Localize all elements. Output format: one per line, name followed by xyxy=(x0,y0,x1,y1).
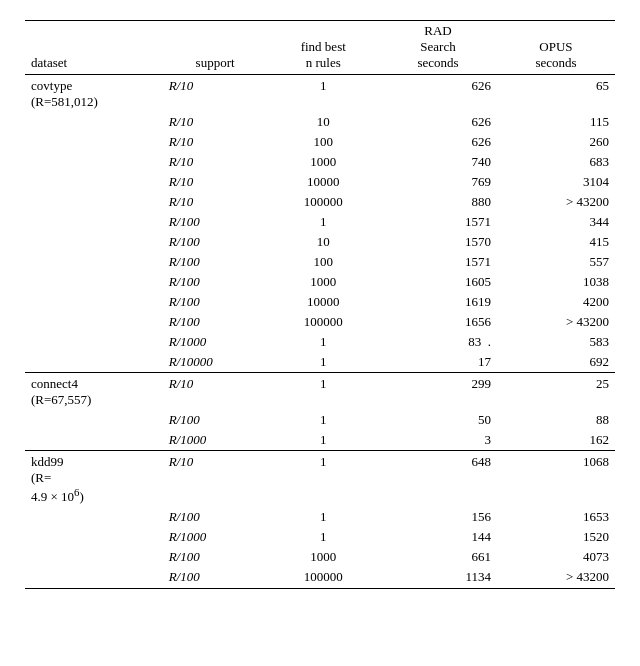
table-row: connect4(R=67,557)R/10129925 xyxy=(25,373,615,411)
cell-support: R/10 xyxy=(163,75,268,113)
cell-opus: 557 xyxy=(497,252,615,272)
cell-rad: 83 . xyxy=(379,332,497,352)
cell-rad: 1134 xyxy=(379,567,497,589)
cell-rad: 17 xyxy=(379,352,497,373)
table-row: R/1000183 .583 xyxy=(25,332,615,352)
cell-support: R/100 xyxy=(163,410,268,430)
table-row: kdd99(R=4.9 × 106)R/1016481068 xyxy=(25,451,615,508)
cell-rad: 3 xyxy=(379,430,497,451)
cell-rad: 299 xyxy=(379,373,497,411)
cell-opus: 692 xyxy=(497,352,615,373)
table-header-row: dataset support find bestn rules RADSear… xyxy=(25,21,615,75)
cell-opus: 260 xyxy=(497,132,615,152)
cell-find-best: 1 xyxy=(268,527,379,547)
cell-support: R/10000 xyxy=(163,352,268,373)
cell-support: R/100 xyxy=(163,232,268,252)
cell-dataset xyxy=(25,527,163,547)
cell-dataset xyxy=(25,332,163,352)
cell-rad: 1571 xyxy=(379,252,497,272)
cell-support: R/10 xyxy=(163,451,268,508)
cell-opus: 162 xyxy=(497,430,615,451)
table-row: R/100013162 xyxy=(25,430,615,451)
cell-dataset xyxy=(25,272,163,292)
cell-opus: 583 xyxy=(497,332,615,352)
cell-find-best: 100000 xyxy=(268,192,379,212)
table-row: R/1010626115 xyxy=(25,112,615,132)
cell-find-best: 1 xyxy=(268,352,379,373)
cell-find-best: 1 xyxy=(268,507,379,527)
cell-rad: 1656 xyxy=(379,312,497,332)
cell-dataset xyxy=(25,352,163,373)
cell-opus: 3104 xyxy=(497,172,615,192)
cell-support: R/10 xyxy=(163,172,268,192)
header-find-best: find bestn rules xyxy=(268,21,379,75)
cell-rad: 156 xyxy=(379,507,497,527)
cell-support: R/10 xyxy=(163,112,268,132)
cell-dataset xyxy=(25,252,163,272)
cell-rad: 1570 xyxy=(379,232,497,252)
cell-find-best: 1 xyxy=(268,451,379,508)
cell-opus: 1068 xyxy=(497,451,615,508)
cell-opus: 65 xyxy=(497,75,615,113)
table-row: R/10100000880> 43200 xyxy=(25,192,615,212)
table-row: R/1001001571557 xyxy=(25,252,615,272)
cell-support: R/10 xyxy=(163,132,268,152)
cell-support: R/100 xyxy=(163,212,268,232)
cell-find-best: 1 xyxy=(268,75,379,113)
cell-find-best: 1 xyxy=(268,373,379,411)
cell-dataset: connect4(R=67,557) xyxy=(25,373,163,411)
table-body: covtype(R=581,012)R/10162665R/1010626115… xyxy=(25,75,615,589)
results-table: dataset support find bestn rules RADSear… xyxy=(25,20,615,589)
cell-dataset xyxy=(25,567,163,589)
cell-dataset xyxy=(25,112,163,132)
cell-rad: 661 xyxy=(379,547,497,567)
cell-rad: 626 xyxy=(379,75,497,113)
table-row: R/100101570415 xyxy=(25,232,615,252)
cell-rad: 50 xyxy=(379,410,497,430)
cell-support: R/100 xyxy=(163,272,268,292)
cell-support: R/10 xyxy=(163,373,268,411)
cell-find-best: 1 xyxy=(268,212,379,232)
table-row: R/10100007693104 xyxy=(25,172,615,192)
cell-find-best: 1000 xyxy=(268,272,379,292)
table-row: R/10000117692 xyxy=(25,352,615,373)
cell-find-best: 1 xyxy=(268,332,379,352)
cell-find-best: 100000 xyxy=(268,312,379,332)
cell-opus: 1653 xyxy=(497,507,615,527)
cell-find-best: 100000 xyxy=(268,567,379,589)
cell-find-best: 1 xyxy=(268,430,379,451)
cell-find-best: 10 xyxy=(268,112,379,132)
cell-rad: 740 xyxy=(379,152,497,172)
table-row: R/10100626260 xyxy=(25,132,615,152)
table-row: covtype(R=581,012)R/10162665 xyxy=(25,75,615,113)
header-rad: RADSearchseconds xyxy=(379,21,497,75)
cell-dataset xyxy=(25,430,163,451)
cell-opus: 1038 xyxy=(497,272,615,292)
cell-opus: 4200 xyxy=(497,292,615,312)
cell-rad: 626 xyxy=(379,112,497,132)
cell-rad: 648 xyxy=(379,451,497,508)
cell-dataset xyxy=(25,507,163,527)
cell-opus: > 43200 xyxy=(497,192,615,212)
cell-opus: 344 xyxy=(497,212,615,232)
cell-support: R/100 xyxy=(163,252,268,272)
cell-rad: 1605 xyxy=(379,272,497,292)
table-row: R/10010006614073 xyxy=(25,547,615,567)
cell-support: R/1000 xyxy=(163,430,268,451)
cell-find-best: 100 xyxy=(268,252,379,272)
table-row: R/1001000001134> 43200 xyxy=(25,567,615,589)
cell-opus: 4073 xyxy=(497,547,615,567)
table-row: R/10011561653 xyxy=(25,507,615,527)
table-row: R/1001000016194200 xyxy=(25,292,615,312)
cell-rad: 769 xyxy=(379,172,497,192)
cell-dataset xyxy=(25,212,163,232)
cell-support: R/10 xyxy=(163,152,268,172)
cell-dataset xyxy=(25,547,163,567)
cell-dataset xyxy=(25,172,163,192)
table-row: R/10011571344 xyxy=(25,212,615,232)
table-row: R/100011441520 xyxy=(25,527,615,547)
cell-support: R/100 xyxy=(163,547,268,567)
cell-dataset: kdd99(R=4.9 × 106) xyxy=(25,451,163,508)
cell-opus: 415 xyxy=(497,232,615,252)
cell-opus: 88 xyxy=(497,410,615,430)
